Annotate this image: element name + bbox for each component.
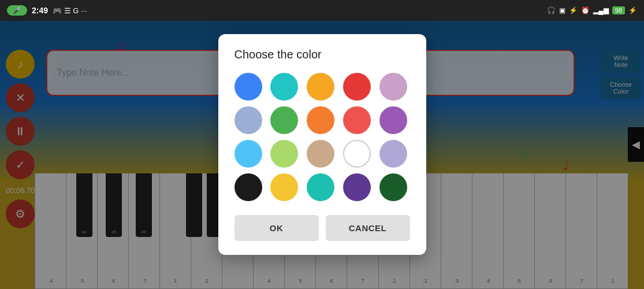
cast-icon: ▣ bbox=[559, 6, 565, 14]
alarm-icon: ⏰ bbox=[581, 6, 590, 14]
color-light-green[interactable] bbox=[270, 140, 298, 168]
color-teal[interactable] bbox=[270, 73, 298, 101]
color-mauve[interactable] bbox=[379, 73, 407, 101]
color-picker-dialog: Choose the color OK CANCEL bbox=[218, 34, 426, 255]
color-grid bbox=[234, 73, 410, 201]
color-light-blue-gray[interactable] bbox=[234, 106, 262, 134]
color-purple[interactable] bbox=[379, 106, 407, 134]
bluetooth-icon: ⚡ bbox=[569, 6, 578, 14]
mic-icon: 🎤 bbox=[13, 6, 21, 14]
color-orange[interactable] bbox=[307, 106, 334, 134]
status-icons-left: 🎮 ☰ G ··· bbox=[53, 6, 87, 15]
color-sky-blue[interactable] bbox=[234, 140, 262, 168]
status-icons-right: 🎧 ▣ ⚡ ⏰ ▂▄▆ 98 ⚡ bbox=[547, 6, 637, 14]
color-blue[interactable] bbox=[234, 73, 262, 101]
headphone-icon: 🎧 bbox=[547, 6, 556, 14]
battery-indicator: 98 bbox=[612, 6, 625, 14]
color-coral-red[interactable] bbox=[343, 106, 371, 134]
status-time: 2:49 bbox=[32, 6, 48, 15]
color-black[interactable] bbox=[234, 173, 262, 201]
signal-icon: ▂▄▆ bbox=[593, 6, 609, 14]
color-cyan-green[interactable] bbox=[307, 173, 334, 201]
color-lavender[interactable] bbox=[379, 140, 407, 168]
color-tan[interactable] bbox=[307, 140, 334, 168]
status-bar-left: 🎤 2:49 🎮 ☰ G ··· bbox=[7, 5, 87, 16]
mic-indicator: 🎤 bbox=[7, 5, 27, 16]
dialog-actions: OK CANCEL bbox=[234, 215, 410, 241]
color-dark-green[interactable] bbox=[379, 173, 407, 201]
cancel-button[interactable]: CANCEL bbox=[326, 215, 410, 241]
color-green[interactable] bbox=[270, 106, 298, 134]
ok-button[interactable]: OK bbox=[234, 215, 319, 241]
color-yellow[interactable] bbox=[270, 173, 298, 201]
color-white[interactable] bbox=[343, 140, 371, 168]
status-bar: 🎤 2:49 🎮 ☰ G ··· 🎧 ▣ ⚡ ⏰ ▂▄▆ 98 ⚡ bbox=[0, 0, 644, 21]
color-dark-purple[interactable] bbox=[343, 173, 371, 201]
color-red[interactable] bbox=[343, 73, 371, 101]
color-orange-yellow[interactable] bbox=[307, 73, 334, 101]
dialog-title: Choose the color bbox=[234, 48, 410, 61]
charging-icon: ⚡ bbox=[628, 6, 637, 14]
